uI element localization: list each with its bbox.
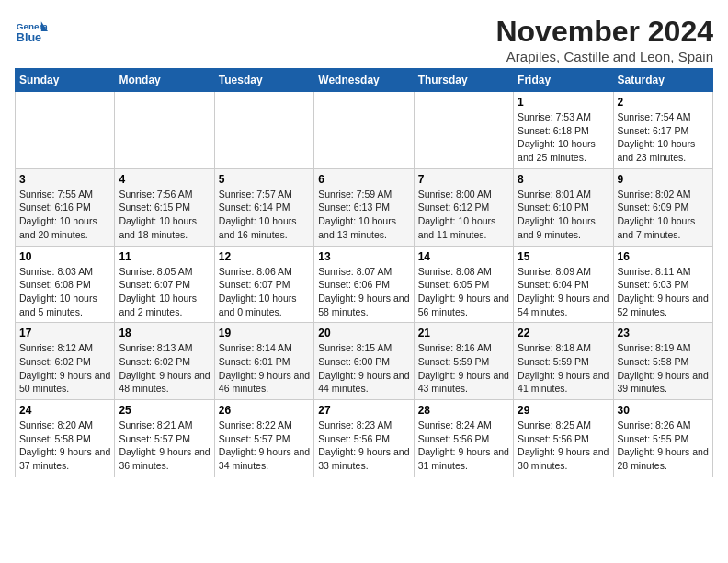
day-number: 5 xyxy=(219,173,310,186)
calendar-week-1: 1Sunrise: 7:53 AM Sunset: 6:18 PM Daylig… xyxy=(16,92,713,169)
calendar-cell xyxy=(16,92,115,169)
day-number: 23 xyxy=(618,327,709,339)
day-info: Sunrise: 8:06 AM Sunset: 6:07 PM Dayligh… xyxy=(219,265,310,319)
calendar-cell: 3Sunrise: 7:55 AM Sunset: 6:16 PM Daylig… xyxy=(16,168,115,246)
calendar-cell: 7Sunrise: 8:00 AM Sunset: 6:12 PM Daylig… xyxy=(414,168,513,246)
calendar-cell: 12Sunrise: 8:06 AM Sunset: 6:07 PM Dayli… xyxy=(214,246,313,323)
calendar-table: SundayMondayTuesdayWednesdayThursdayFrid… xyxy=(15,68,713,477)
day-info: Sunrise: 8:23 AM Sunset: 5:56 PM Dayligh… xyxy=(318,419,409,473)
calendar-cell: 8Sunrise: 8:01 AM Sunset: 6:10 PM Daylig… xyxy=(514,168,613,246)
weekday-header-monday: Monday xyxy=(115,69,214,92)
day-info: Sunrise: 8:20 AM Sunset: 5:58 PM Dayligh… xyxy=(19,419,110,473)
calendar-cell: 6Sunrise: 7:59 AM Sunset: 6:13 PM Daylig… xyxy=(314,168,414,246)
calendar-cell xyxy=(314,92,414,169)
calendar-cell: 25Sunrise: 8:21 AM Sunset: 5:57 PM Dayli… xyxy=(115,400,214,477)
day-number: 28 xyxy=(418,404,509,417)
day-number: 25 xyxy=(119,404,210,417)
day-info: Sunrise: 7:53 AM Sunset: 6:18 PM Dayligh… xyxy=(518,110,609,165)
day-number: 10 xyxy=(19,250,110,263)
day-info: Sunrise: 8:21 AM Sunset: 5:57 PM Dayligh… xyxy=(119,419,210,473)
day-number: 3 xyxy=(19,173,110,186)
day-info: Sunrise: 8:16 AM Sunset: 5:59 PM Dayligh… xyxy=(418,341,509,396)
day-number: 16 xyxy=(618,250,709,263)
day-info: Sunrise: 8:26 AM Sunset: 5:55 PM Dayligh… xyxy=(618,419,709,473)
calendar-cell: 1Sunrise: 7:53 AM Sunset: 6:18 PM Daylig… xyxy=(514,92,613,169)
day-number: 17 xyxy=(19,327,110,339)
calendar-header: SundayMondayTuesdayWednesdayThursdayFrid… xyxy=(16,69,713,92)
day-number: 18 xyxy=(119,327,210,339)
day-info: Sunrise: 8:13 AM Sunset: 6:02 PM Dayligh… xyxy=(119,341,210,396)
calendar-cell: 19Sunrise: 8:14 AM Sunset: 6:01 PM Dayli… xyxy=(214,323,313,400)
calendar-week-4: 17Sunrise: 8:12 AM Sunset: 6:02 PM Dayli… xyxy=(16,323,713,400)
day-info: Sunrise: 7:54 AM Sunset: 6:17 PM Dayligh… xyxy=(618,110,709,165)
day-number: 8 xyxy=(518,173,609,186)
calendar-cell: 28Sunrise: 8:24 AM Sunset: 5:56 PM Dayli… xyxy=(414,400,513,477)
calendar-cell: 29Sunrise: 8:25 AM Sunset: 5:56 PM Dayli… xyxy=(514,400,613,477)
day-number: 26 xyxy=(219,404,310,417)
day-number: 20 xyxy=(318,327,409,339)
day-number: 30 xyxy=(618,404,709,417)
day-info: Sunrise: 7:59 AM Sunset: 6:13 PM Dayligh… xyxy=(318,188,409,242)
calendar-cell: 30Sunrise: 8:26 AM Sunset: 5:55 PM Dayli… xyxy=(613,400,712,477)
day-number: 7 xyxy=(418,173,509,186)
day-number: 14 xyxy=(418,250,509,263)
day-info: Sunrise: 8:07 AM Sunset: 6:06 PM Dayligh… xyxy=(318,265,409,319)
calendar-cell: 16Sunrise: 8:11 AM Sunset: 6:03 PM Dayli… xyxy=(613,246,712,323)
day-number: 9 xyxy=(618,173,709,186)
day-info: Sunrise: 8:08 AM Sunset: 6:05 PM Dayligh… xyxy=(418,265,509,319)
day-info: Sunrise: 8:05 AM Sunset: 6:07 PM Dayligh… xyxy=(119,265,210,319)
calendar-cell xyxy=(414,92,513,169)
day-number: 24 xyxy=(19,404,110,417)
calendar-cell: 4Sunrise: 7:56 AM Sunset: 6:15 PM Daylig… xyxy=(115,168,214,246)
day-info: Sunrise: 8:00 AM Sunset: 6:12 PM Dayligh… xyxy=(418,188,509,242)
weekday-header-wednesday: Wednesday xyxy=(314,69,414,92)
location-subtitle: Arapiles, Castille and Leon, Spain xyxy=(495,49,713,64)
day-info: Sunrise: 8:02 AM Sunset: 6:09 PM Dayligh… xyxy=(618,188,709,242)
day-info: Sunrise: 8:22 AM Sunset: 5:57 PM Dayligh… xyxy=(219,419,310,473)
day-info: Sunrise: 8:03 AM Sunset: 6:08 PM Dayligh… xyxy=(19,265,110,319)
calendar-week-2: 3Sunrise: 7:55 AM Sunset: 6:16 PM Daylig… xyxy=(16,168,713,246)
calendar-cell: 24Sunrise: 8:20 AM Sunset: 5:58 PM Dayli… xyxy=(16,400,115,477)
calendar-cell xyxy=(115,92,214,169)
day-number: 1 xyxy=(518,96,609,109)
day-info: Sunrise: 7:56 AM Sunset: 6:15 PM Dayligh… xyxy=(119,188,210,242)
weekday-header-saturday: Saturday xyxy=(613,69,712,92)
title-block: November 2024 Arapiles, Castille and Leo… xyxy=(495,15,713,64)
calendar-cell: 23Sunrise: 8:19 AM Sunset: 5:58 PM Dayli… xyxy=(613,323,712,400)
calendar-cell: 20Sunrise: 8:15 AM Sunset: 6:00 PM Dayli… xyxy=(314,323,414,400)
calendar-cell: 15Sunrise: 8:09 AM Sunset: 6:04 PM Dayli… xyxy=(514,246,613,323)
day-number: 21 xyxy=(418,327,509,339)
day-number: 19 xyxy=(219,327,310,339)
day-info: Sunrise: 8:14 AM Sunset: 6:01 PM Dayligh… xyxy=(219,341,310,396)
day-number: 13 xyxy=(318,250,409,263)
weekday-header-thursday: Thursday xyxy=(414,69,513,92)
day-info: Sunrise: 8:01 AM Sunset: 6:10 PM Dayligh… xyxy=(518,188,609,242)
calendar-cell: 11Sunrise: 8:05 AM Sunset: 6:07 PM Dayli… xyxy=(115,246,214,323)
calendar-cell: 27Sunrise: 8:23 AM Sunset: 5:56 PM Dayli… xyxy=(314,400,414,477)
calendar-cell: 5Sunrise: 7:57 AM Sunset: 6:14 PM Daylig… xyxy=(214,168,313,246)
calendar-week-5: 24Sunrise: 8:20 AM Sunset: 5:58 PM Dayli… xyxy=(16,400,713,477)
day-info: Sunrise: 8:12 AM Sunset: 6:02 PM Dayligh… xyxy=(19,341,110,396)
day-number: 2 xyxy=(618,96,709,109)
day-info: Sunrise: 8:25 AM Sunset: 5:56 PM Dayligh… xyxy=(518,419,609,473)
day-number: 22 xyxy=(518,327,609,339)
calendar-cell: 17Sunrise: 8:12 AM Sunset: 6:02 PM Dayli… xyxy=(16,323,115,400)
day-info: Sunrise: 8:24 AM Sunset: 5:56 PM Dayligh… xyxy=(418,419,509,473)
calendar-cell: 22Sunrise: 8:18 AM Sunset: 5:59 PM Dayli… xyxy=(514,323,613,400)
calendar-cell: 2Sunrise: 7:54 AM Sunset: 6:17 PM Daylig… xyxy=(613,92,712,169)
day-info: Sunrise: 8:19 AM Sunset: 5:58 PM Dayligh… xyxy=(618,341,709,396)
day-info: Sunrise: 8:09 AM Sunset: 6:04 PM Dayligh… xyxy=(518,265,609,319)
calendar-cell: 21Sunrise: 8:16 AM Sunset: 5:59 PM Dayli… xyxy=(414,323,513,400)
page-header: General Blue November 2024 Arapiles, Cas… xyxy=(15,15,713,64)
weekday-header-friday: Friday xyxy=(514,69,613,92)
calendar-cell: 9Sunrise: 8:02 AM Sunset: 6:09 PM Daylig… xyxy=(613,168,712,246)
calendar-cell xyxy=(214,92,313,169)
day-number: 12 xyxy=(219,250,310,263)
calendar-cell: 14Sunrise: 8:08 AM Sunset: 6:05 PM Dayli… xyxy=(414,246,513,323)
month-title: November 2024 xyxy=(495,15,713,49)
calendar-cell: 26Sunrise: 8:22 AM Sunset: 5:57 PM Dayli… xyxy=(214,400,313,477)
weekday-header-sunday: Sunday xyxy=(16,69,115,92)
day-info: Sunrise: 8:18 AM Sunset: 5:59 PM Dayligh… xyxy=(518,341,609,396)
svg-text:Blue: Blue xyxy=(17,31,41,44)
day-number: 29 xyxy=(518,404,609,417)
